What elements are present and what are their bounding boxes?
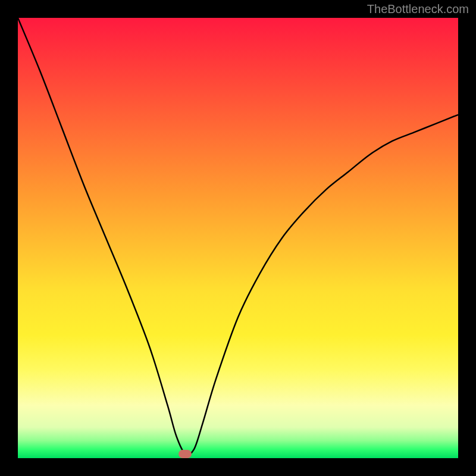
- optimal-marker: [178, 450, 192, 458]
- watermark-text: TheBottleneck.com: [367, 2, 469, 16]
- bottleneck-curve: [18, 18, 458, 455]
- plot-area: [18, 18, 458, 458]
- curve-svg: [18, 18, 458, 458]
